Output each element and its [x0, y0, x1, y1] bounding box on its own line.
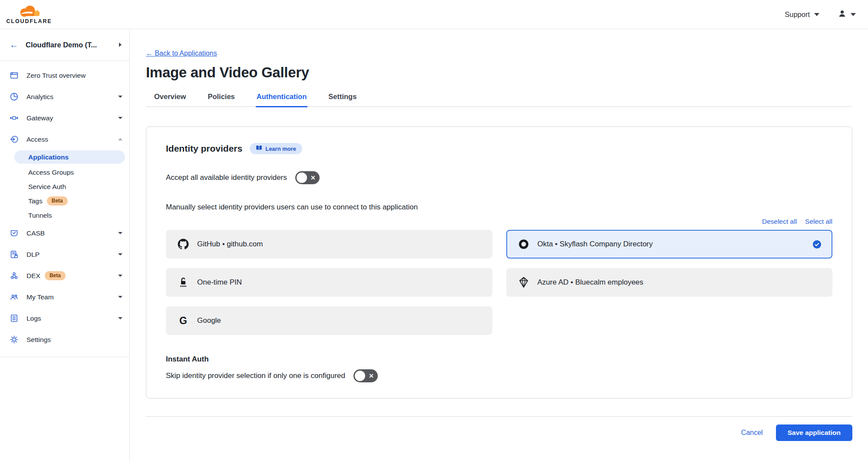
cancel-button[interactable]: Cancel	[741, 429, 763, 437]
selected-check-icon	[813, 240, 821, 249]
chevron-down-icon	[118, 296, 122, 298]
casb-tray-check-icon	[10, 229, 19, 238]
account-name: Cloudflare Demo (T...	[26, 41, 97, 49]
sidebar-item-gateway[interactable]: Gateway	[0, 107, 129, 129]
sidebar-item-analytics[interactable]: Analytics	[0, 86, 129, 107]
toggle-off-icon: ✕	[369, 372, 374, 379]
accept-all-row: Accept all available identity providers …	[166, 171, 832, 184]
azure-ad-icon	[518, 277, 530, 288]
sidebar-item-settings[interactable]: Settings	[0, 329, 129, 350]
sidebar-item-label: DEX	[26, 272, 40, 280]
analytics-pie-icon	[10, 92, 19, 101]
github-icon	[177, 239, 189, 250]
provider-name: GitHub • github.com	[197, 240, 263, 249]
accept-all-label: Accept all available identity providers	[166, 173, 287, 182]
sidebar-item-access-groups[interactable]: Access Groups	[0, 165, 129, 179]
sidebar-item-zero-trust-overview[interactable]: Zero Trust overview	[0, 65, 129, 86]
sidebar-item-label: DLP	[26, 251, 40, 259]
provider-tile-okta[interactable]: Okta • Skyflash Company Directory	[506, 230, 833, 259]
back-to-applications-link[interactable]: ← Back to Applications	[146, 50, 217, 57]
deselect-all-link[interactable]: Deselect all	[762, 218, 797, 226]
instant-auth-toggle[interactable]: ✕	[353, 369, 378, 382]
learn-more-badge[interactable]: Learn more	[250, 143, 302, 154]
sidebar-item-label: Service Auth	[28, 183, 66, 191]
instant-auth-row: Skip identity provider selection if only…	[166, 369, 832, 382]
chevron-down-icon	[851, 13, 856, 16]
book-icon	[256, 145, 262, 152]
beta-badge: Beta	[45, 271, 66, 280]
top-bar: CLOUDFLARE Support	[0, 0, 868, 29]
sidebar-item-access[interactable]: Access	[0, 129, 129, 150]
sidebar-item-label: Settings	[26, 336, 51, 344]
select-all-link[interactable]: Select all	[805, 218, 832, 226]
main-content: ← Back to Applications Image and Video G…	[130, 29, 868, 461]
tab-overview[interactable]: Overview	[153, 93, 187, 107]
provider-name: Azure AD • Bluecalm employees	[538, 278, 644, 287]
zero-trust-dashboard: CLOUDFLARE Support ← Clo	[0, 0, 868, 461]
gateway-icon	[10, 113, 19, 123]
sidebar-item-service-auth[interactable]: Service Auth	[0, 179, 129, 194]
sidebar-item-logs[interactable]: Logs	[0, 308, 129, 329]
provider-tile-azure-ad[interactable]: Azure AD • Bluecalm employees	[506, 268, 833, 297]
provider-name: Google	[197, 316, 221, 325]
tab-bar: Overview Policies Authentication Setting…	[146, 93, 852, 107]
tab-policies[interactable]: Policies	[207, 93, 235, 107]
one-time-pin-lock-icon: ****	[177, 276, 189, 289]
sidebar-item-label: Applications	[28, 153, 69, 161]
access-subnav: Applications Access Groups Service Auth …	[0, 150, 129, 222]
beta-badge: Beta	[47, 196, 68, 205]
provider-tile-one-time-pin[interactable]: **** One-time PIN	[166, 268, 492, 297]
accept-all-toggle[interactable]: ✕	[295, 171, 320, 184]
cloudflare-cloud-icon	[14, 5, 44, 20]
instant-auth-label: Skip identity provider selection if only…	[166, 371, 345, 380]
user-menu[interactable]	[838, 9, 856, 20]
back-arrow-icon[interactable]: ←	[10, 40, 18, 50]
sidebar-item-label: Analytics	[26, 93, 53, 101]
instant-auth-heading: Instant Auth	[166, 355, 832, 364]
sidebar-nav: Zero Trust overview Analytics	[0, 61, 129, 357]
manual-select-label: Manually select identity providers users…	[166, 203, 832, 212]
toggle-off-icon: ✕	[310, 174, 316, 181]
tab-settings[interactable]: Settings	[327, 93, 357, 107]
provider-name: One-time PIN	[197, 278, 242, 287]
sidebar-item-dex[interactable]: DEX Beta	[0, 265, 129, 286]
cloudflare-logo-text: CLOUDFLARE	[6, 18, 52, 24]
chevron-down-icon	[118, 117, 122, 119]
sidebar-item-tags[interactable]: Tags Beta	[0, 194, 129, 208]
sidebar-item-tunnels[interactable]: Tunnels	[0, 208, 129, 222]
google-icon: G	[177, 316, 189, 326]
provider-tile-github[interactable]: GitHub • github.com	[166, 230, 492, 259]
toggle-knob	[297, 172, 307, 183]
page-title: Image and Video Gallery	[146, 64, 852, 81]
card-heading-row: Identity providers Learn more	[166, 143, 832, 154]
toggle-knob	[355, 371, 365, 381]
footer-actions: Cancel Save application	[146, 417, 852, 441]
provider-tile-google[interactable]: G Google	[166, 306, 492, 335]
support-menu[interactable]: Support	[785, 10, 819, 19]
user-avatar-icon	[838, 9, 847, 20]
chevron-down-icon	[118, 96, 122, 98]
chevron-down-icon	[118, 232, 122, 234]
tab-authentication[interactable]: Authentication	[256, 93, 308, 107]
sidebar-item-label: My Team	[26, 293, 54, 301]
provider-name: Okta • Skyflash Company Directory	[538, 240, 653, 249]
sidebar-item-label: Gateway	[26, 114, 53, 122]
logs-list-icon	[10, 314, 19, 323]
sidebar-item-label: Tags	[28, 197, 43, 205]
sidebar-item-casb[interactable]: CASB	[0, 222, 129, 244]
provider-grid: GitHub • github.com Okta • Skyflash Comp…	[166, 230, 832, 335]
learn-more-label: Learn more	[265, 146, 296, 152]
access-login-icon	[10, 135, 19, 144]
save-application-button[interactable]: Save application	[776, 425, 852, 441]
account-switcher[interactable]: ← Cloudflare Demo (T...	[0, 29, 129, 61]
team-people-icon	[10, 292, 19, 302]
okta-icon	[518, 239, 530, 250]
cloudflare-logo[interactable]: CLOUDFLARE	[6, 5, 52, 24]
svg-text:****: ****	[180, 284, 186, 289]
sidebar-item-my-team[interactable]: My Team	[0, 286, 129, 308]
sidebar-item-applications[interactable]: Applications	[14, 150, 125, 164]
overview-window-icon	[10, 71, 19, 80]
identity-providers-card: Identity providers Learn more Accept all…	[146, 126, 852, 398]
sidebar-item-dlp[interactable]: DLP	[0, 244, 129, 265]
selection-links: Deselect all Select all	[166, 218, 832, 226]
